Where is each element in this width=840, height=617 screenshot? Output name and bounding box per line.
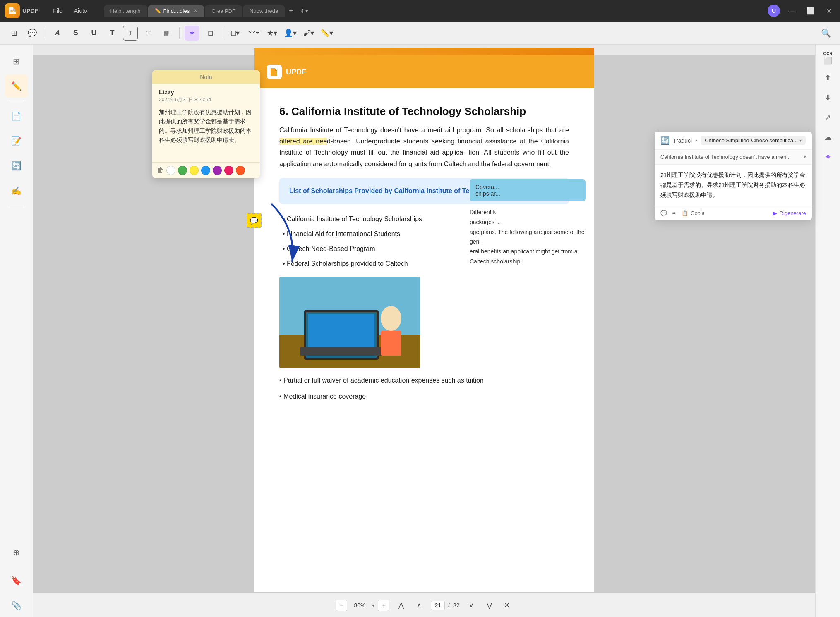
- strikethrough-tool[interactable]: S: [68, 26, 83, 41]
- sidebar-thumbnails[interactable]: ⊞: [5, 50, 28, 73]
- tab-2[interactable]: ✏️ Find....dies ✕: [148, 5, 204, 17]
- pen-tool[interactable]: ✒: [185, 26, 199, 41]
- user-avatar[interactable]: U: [768, 5, 780, 17]
- import-button[interactable]: ⬇: [820, 89, 836, 106]
- textbox-tool[interactable]: T: [123, 26, 138, 41]
- coverage-label: Covera...ships ar...: [475, 184, 580, 197]
- export-button[interactable]: ⬆: [820, 69, 836, 86]
- color-orange[interactable]: [236, 166, 245, 175]
- translate-source: California Institute of Technology doesn…: [655, 150, 812, 165]
- menu-bar: File Aiuto: [48, 6, 92, 16]
- sidebar-edit[interactable]: 📝: [5, 129, 28, 153]
- tab-1[interactable]: Helpi...ength: [104, 5, 147, 17]
- tab-4[interactable]: Nuov...heda: [243, 5, 285, 17]
- page-down-button[interactable]: ∨: [465, 599, 478, 612]
- comment-tool[interactable]: 💬: [25, 26, 40, 41]
- ocr-button[interactable]: OCR ⬜: [820, 50, 836, 66]
- star-tool[interactable]: ★▾: [264, 26, 279, 41]
- close-button[interactable]: ✕: [823, 5, 835, 17]
- color-blue[interactable]: [201, 166, 210, 175]
- right-body-text: Different k packages ... age plans. The …: [470, 208, 586, 267]
- color-purple[interactable]: [213, 166, 222, 175]
- tab-2-close[interactable]: ✕: [194, 8, 197, 14]
- underline-tool[interactable]: U: [86, 26, 101, 41]
- photo-placeholder: [279, 277, 420, 368]
- pen-footer-btn[interactable]: ✒: [672, 210, 677, 216]
- svg-point-7: [381, 306, 401, 331]
- sidebar-attach[interactable]: 📎: [5, 594, 28, 617]
- toolbar-right: 🔍: [818, 26, 833, 41]
- toolbar-sep-1: [45, 27, 45, 39]
- translate-result: 加州理工学院没有优惠援助计划，因此提供的所有奖学金都是基于需求的。寻求加州理工学…: [655, 165, 812, 206]
- minimize-button[interactable]: —: [785, 5, 798, 16]
- sidebar-annotate[interactable]: ✏️: [5, 74, 28, 98]
- zoom-dropdown[interactable]: ▾: [372, 603, 374, 608]
- cloud-button[interactable]: ☁: [820, 129, 836, 146]
- color-white[interactable]: [166, 166, 175, 175]
- trash-button[interactable]: 🗑: [157, 167, 164, 174]
- title-bar: PDF UPDF File Aiuto Helpi...ength ✏️ Fin…: [0, 0, 840, 22]
- page-info: 21 / 32: [431, 601, 459, 610]
- thumbnails-tool[interactable]: ⊞: [7, 26, 22, 41]
- color-yellow[interactable]: [190, 166, 199, 175]
- regen-button[interactable]: ▶ Rigenerare: [773, 210, 806, 216]
- color-pink[interactable]: [224, 166, 233, 175]
- sticky-note-icon[interactable]: 💬: [247, 213, 262, 228]
- app-logo: PDF UPDF: [5, 3, 38, 18]
- table-tool[interactable]: ▦: [159, 26, 174, 41]
- pdf-content: 6. California Institute of Technology Sc…: [254, 88, 594, 592]
- shape-tool[interactable]: □▾: [228, 26, 243, 41]
- sidebar-sign[interactable]: ✍: [5, 179, 28, 202]
- search-button[interactable]: 🔍: [818, 26, 833, 41]
- callout-tool[interactable]: ⬚: [141, 26, 156, 41]
- zoom-in-button[interactable]: +: [378, 600, 389, 611]
- bottom-close-button[interactable]: ✕: [501, 600, 513, 611]
- maximize-button[interactable]: ⬜: [803, 5, 818, 17]
- current-page[interactable]: 21: [431, 601, 445, 610]
- translate-icon: 🔄: [660, 136, 670, 145]
- text-tool[interactable]: T: [105, 26, 120, 41]
- highlight-tool[interactable]: A: [50, 26, 65, 41]
- share-button[interactable]: ↗: [820, 109, 836, 126]
- ai-button[interactable]: ✦: [820, 149, 836, 165]
- page-up-button[interactable]: ∧: [413, 599, 426, 612]
- translate-lang-arrow: ▾: [799, 138, 802, 143]
- sidebar-layers[interactable]: ⊕: [5, 544, 28, 567]
- paint-tool[interactable]: 🖌▾: [301, 26, 316, 41]
- person-tool[interactable]: 👤▾: [283, 26, 298, 41]
- sticky-note-text[interactable]: 加州理工学院没有优惠援助计划，因此提供的所有奖学金都是基于需求的。寻求加州理工学…: [159, 108, 253, 157]
- menu-file[interactable]: File: [48, 6, 67, 16]
- translate-lang-select[interactable]: Chinese Simplified-Cinese semplifica... …: [701, 136, 806, 145]
- tab-add-button[interactable]: +: [286, 7, 297, 15]
- translate-dropdown-arrow[interactable]: ▾: [695, 138, 697, 143]
- zoom-out-button[interactable]: −: [336, 600, 347, 611]
- page-bottom-button[interactable]: ⋁: [483, 599, 496, 612]
- highlighted-text: offered are nee: [279, 138, 327, 145]
- menu-aiuto[interactable]: Aiuto: [69, 6, 92, 16]
- paragraph-1: California Institute of Technology doesn…: [279, 124, 569, 170]
- copy-button[interactable]: 📋 Copia: [682, 210, 705, 216]
- total-pages: 32: [453, 602, 460, 609]
- translate-expand-icon[interactable]: ▾: [804, 154, 806, 160]
- sidebar-bookmark[interactable]: 🔖: [5, 569, 28, 592]
- tab-count: 4 ▾: [298, 8, 312, 14]
- freehand-tool[interactable]: 〰▾: [246, 26, 261, 41]
- toolbar-sep-2: [179, 27, 180, 39]
- page-top-button[interactable]: ⋀: [394, 599, 408, 612]
- sidebar-pages[interactable]: 📄: [5, 105, 28, 128]
- eraser-tool[interactable]: ◻: [203, 26, 218, 41]
- section-title: 6. California Institute of Technology Sc…: [279, 105, 569, 118]
- app-name-label: UPDF: [22, 7, 38, 14]
- tab-2-label: Find....dies: [163, 8, 190, 14]
- right-sidebar: OCR ⬜ ⬆ ⬇ ↗ ☁ ✦: [815, 45, 840, 617]
- bullets-section: • Partial or full waiver of academic edu…: [279, 375, 569, 402]
- comment-footer-btn[interactable]: 💬: [660, 210, 667, 216]
- tab-4-label: Nuov...heda: [250, 8, 278, 14]
- tab-3[interactable]: Crea PDF: [205, 5, 242, 17]
- sidebar-convert[interactable]: 🔄: [5, 154, 28, 177]
- sticky-note-body: Lizzy 2024年6月21日 8:20:54 加州理工学院没有优惠援助计划，…: [152, 84, 260, 162]
- tab-1-label: Helpi...ength: [110, 8, 141, 14]
- ruler-tool[interactable]: 📏▾: [319, 26, 334, 41]
- color-green[interactable]: [178, 166, 187, 175]
- logo-icon: PDF: [5, 3, 20, 18]
